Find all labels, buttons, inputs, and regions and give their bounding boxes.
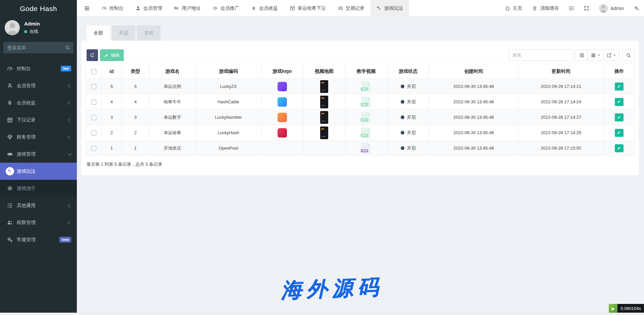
sidebar-item-game-pool[interactable]: 游戏池子 <box>0 180 77 197</box>
tutorial-video-file-icon[interactable]: MP4 <box>361 81 370 92</box>
tab-open[interactable]: 开启 <box>112 25 135 41</box>
cell-code: HashCattle <box>196 94 261 110</box>
tab-all[interactable]: 全部 <box>87 25 110 41</box>
nav-item-console[interactable]: 控制台 <box>96 0 130 16</box>
tutorial-video-file-icon[interactable]: MP4 <box>361 112 370 123</box>
fullscreen-button[interactable] <box>579 0 594 16</box>
cell-id: 1 <box>102 141 122 156</box>
sidebar-item-general-admin[interactable]: 常规管理 new <box>0 231 77 248</box>
edit-row-button[interactable] <box>615 113 624 121</box>
pencil-icon <box>617 131 621 135</box>
nav-item-game-play[interactable]: 游戏玩法 <box>370 0 409 16</box>
select-all-checkbox[interactable] <box>91 69 96 74</box>
tutorial-video-file-icon[interactable]: MP4 <box>361 97 370 107</box>
megaphone-icon <box>213 6 218 11</box>
sidebar-item-members[interactable]: 会员管理 <box>0 77 77 94</box>
row-checkbox[interactable] <box>91 115 96 120</box>
sidebar-toggle-button[interactable] <box>78 0 96 16</box>
gem-icon <box>7 134 13 140</box>
user-avatar[interactable] <box>5 20 20 35</box>
table-row: 5 5 幸运庄闲 LuckyZX MP4 开启 2022-06-30 13:45… <box>86 79 635 94</box>
settings-button[interactable] <box>629 0 644 16</box>
tab-closed[interactable]: 关闭 <box>137 25 160 41</box>
user-panel: Admin 在线 <box>0 17 77 41</box>
hot-badge: hot <box>61 66 71 71</box>
game-logo[interactable] <box>278 97 287 107</box>
sidebar-item-console[interactable]: 控制台 hot <box>0 60 77 77</box>
toolbar: 编辑 <box>87 49 635 61</box>
top-navbar: 控制台 会员管理 用户地址 会员推广 会员收益 幸运哈希下注 交易记录 游戏玩法… <box>77 0 644 17</box>
game-logo[interactable] <box>278 113 287 122</box>
cell-code: LuckyHash <box>196 125 261 141</box>
cell-code: OpenPool <box>196 141 261 156</box>
refresh-button[interactable] <box>87 49 98 61</box>
cell-name: 幸运数字 <box>149 110 196 125</box>
user-menu[interactable]: Admin <box>594 0 629 16</box>
sidebar-item-member-income[interactable]: 会员收益 <box>0 94 77 111</box>
row-checkbox[interactable] <box>91 130 96 136</box>
tutorial-video-file-icon[interactable]: MP4 <box>361 127 370 138</box>
nav-item-user-address[interactable]: 用户地址 <box>168 0 207 16</box>
video-map-thumbnail[interactable] <box>320 111 328 124</box>
cell-id: 3 <box>102 110 122 125</box>
nav-item-lucky-hash-bet[interactable]: 幸运哈希下注 <box>284 0 332 16</box>
nav-item-member-promo[interactable]: 会员推广 <box>207 0 245 16</box>
games-table: Id 类型 游戏名 游戏编码 游戏logo 视频地图 教学视频 游戏状态 创建时… <box>86 64 635 156</box>
table-search-input[interactable] <box>509 49 574 61</box>
game-logo[interactable] <box>278 128 287 138</box>
nav-item-transactions[interactable]: 交易记录 <box>332 0 370 16</box>
sidebar-item-other-common[interactable]: 其他通用 <box>0 197 77 214</box>
nav-item-members[interactable]: 会员管理 <box>130 0 168 16</box>
edit-button[interactable]: 编辑 <box>100 49 124 61</box>
cell-name: 开池坐庄 <box>149 141 196 156</box>
sidebar-item-finance[interactable]: 财务管理 <box>0 128 77 146</box>
horizontal-scrollbar[interactable] <box>0 313 644 315</box>
row-checkbox[interactable] <box>91 100 96 105</box>
edit-row-button[interactable] <box>615 144 624 152</box>
table-row: 1 1 开池坐庄 OpenPool TOP 开启 2022-06-30 13:4… <box>86 141 635 156</box>
tutorial-video-file-icon[interactable]: TOP <box>361 143 370 154</box>
sidebar-item-bet-records[interactable]: 下注记录 <box>0 111 77 128</box>
sidebar-item-game-play[interactable]: 游戏玩法 <box>0 163 77 180</box>
user-name: Admin <box>24 21 40 27</box>
video-map-thumbnail[interactable] <box>320 126 328 139</box>
search-icon <box>65 45 70 50</box>
dashboard-icon <box>7 66 13 71</box>
language-button[interactable] <box>564 0 579 16</box>
table-header-row: Id 类型 游戏名 游戏编码 游戏logo 视频地图 教学视频 游戏状态 创建时… <box>86 64 635 79</box>
cell-updated: 2022-09-26 17:14:27 <box>518 110 604 125</box>
cell-updated: 2022-09-26 17:14:29 <box>518 125 604 141</box>
video-map-thumbnail[interactable] <box>320 80 328 93</box>
main-area: 控制台 会员管理 用户地址 会员推广 会员收益 幸运哈希下注 交易记录 游戏玩法… <box>77 0 644 315</box>
edit-row-button[interactable] <box>615 83 624 91</box>
sidebar-item-permissions[interactable]: 权限管理 <box>0 214 77 231</box>
row-checkbox[interactable] <box>91 146 96 151</box>
advanced-search-button[interactable] <box>622 49 635 61</box>
navbar-right: 主页 清除缓存 Admin <box>500 0 644 16</box>
sidebar-item-game-admin[interactable]: 游戏管理 <box>0 146 77 163</box>
cell-name: 幸运哈希 <box>149 125 196 141</box>
game-logo[interactable] <box>278 82 287 91</box>
row-checkbox[interactable] <box>91 84 96 89</box>
edit-row-button[interactable] <box>615 98 624 106</box>
menu-search-input[interactable] <box>3 42 73 53</box>
clear-cache-button[interactable]: 清除缓存 <box>527 0 564 16</box>
view-button-group <box>576 49 620 61</box>
chevron-left-icon <box>68 118 71 122</box>
export-button[interactable] <box>604 49 620 61</box>
thinkphp-flame-icon[interactable] <box>609 304 617 313</box>
new-badge: new <box>59 237 71 242</box>
nav-item-member-income[interactable]: 会员收益 <box>245 0 284 16</box>
col-tutorial: 教学视频 <box>345 64 387 79</box>
cell-code: LuckyZX <box>196 79 261 94</box>
cell-logo-empty <box>261 141 303 156</box>
online-dot-icon <box>24 30 27 33</box>
video-map-thumbnail[interactable] <box>320 96 328 108</box>
cell-type: 5 <box>122 79 149 94</box>
columns-button[interactable] <box>588 49 604 61</box>
edit-row-button[interactable] <box>615 129 624 137</box>
home-button[interactable]: 主页 <box>500 0 527 16</box>
pencil-icon <box>617 146 621 150</box>
detail-view-button[interactable] <box>576 49 588 61</box>
cell-created: 2022-06-30 13:45:46 <box>429 79 518 94</box>
